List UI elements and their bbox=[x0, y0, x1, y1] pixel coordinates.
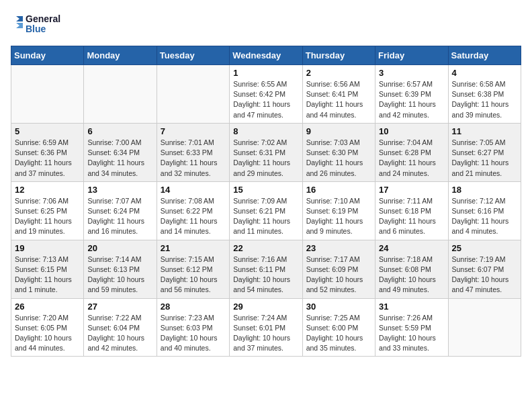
day-number: 26 bbox=[15, 302, 80, 312]
calendar-day-cell: 29Sunrise: 7:24 AM Sunset: 6:01 PM Dayli… bbox=[230, 298, 302, 357]
calendar-day-cell: 25Sunrise: 7:19 AM Sunset: 6:07 PM Dayli… bbox=[448, 240, 521, 298]
calendar-day-cell: 10Sunrise: 7:04 AM Sunset: 6:28 PM Dayli… bbox=[375, 123, 448, 181]
calendar-day-cell: 20Sunrise: 7:14 AM Sunset: 6:13 PM Dayli… bbox=[84, 240, 157, 298]
calendar-week-row: 26Sunrise: 7:20 AM Sunset: 6:05 PM Dayli… bbox=[11, 298, 521, 357]
day-number: 24 bbox=[379, 243, 444, 253]
day-info: Sunrise: 6:57 AM Sunset: 6:39 PM Dayligh… bbox=[379, 79, 444, 120]
calendar-day-cell: 5Sunrise: 6:59 AM Sunset: 6:36 PM Daylig… bbox=[11, 123, 84, 181]
day-number: 18 bbox=[452, 185, 517, 195]
logo-svg: GeneralBlue bbox=[11, 11, 64, 38]
calendar-week-row: 5Sunrise: 6:59 AM Sunset: 6:36 PM Daylig… bbox=[11, 123, 521, 181]
day-info: Sunrise: 7:04 AM Sunset: 6:28 PM Dayligh… bbox=[379, 138, 444, 179]
calendar-header-saturday: Saturday bbox=[448, 46, 521, 65]
svg-marker-1 bbox=[16, 23, 23, 28]
day-number: 11 bbox=[452, 126, 517, 136]
day-info: Sunrise: 7:10 AM Sunset: 6:19 PM Dayligh… bbox=[306, 196, 371, 237]
day-info: Sunrise: 6:55 AM Sunset: 6:42 PM Dayligh… bbox=[233, 79, 298, 120]
calendar-day-cell bbox=[157, 65, 229, 124]
day-number: 29 bbox=[233, 302, 298, 312]
calendar-day-cell: 26Sunrise: 7:20 AM Sunset: 6:05 PM Dayli… bbox=[11, 298, 84, 357]
calendar-day-cell: 24Sunrise: 7:18 AM Sunset: 6:08 PM Dayli… bbox=[375, 240, 448, 298]
day-info: Sunrise: 7:11 AM Sunset: 6:18 PM Dayligh… bbox=[379, 196, 444, 237]
day-number: 22 bbox=[233, 243, 298, 253]
day-info: Sunrise: 7:09 AM Sunset: 6:21 PM Dayligh… bbox=[233, 196, 298, 237]
day-info: Sunrise: 7:06 AM Sunset: 6:25 PM Dayligh… bbox=[15, 196, 80, 237]
day-number: 31 bbox=[379, 302, 444, 312]
day-number: 8 bbox=[233, 126, 298, 136]
day-number: 13 bbox=[87, 185, 152, 195]
calendar-day-cell: 13Sunrise: 7:07 AM Sunset: 6:24 PM Dayli… bbox=[84, 181, 157, 240]
day-number: 23 bbox=[306, 243, 371, 253]
day-number: 2 bbox=[306, 68, 371, 78]
day-number: 9 bbox=[306, 126, 371, 136]
day-number: 12 bbox=[15, 185, 80, 195]
day-number: 19 bbox=[15, 243, 80, 253]
calendar-day-cell bbox=[84, 65, 157, 124]
day-number: 27 bbox=[87, 302, 152, 312]
day-info: Sunrise: 6:59 AM Sunset: 6:36 PM Dayligh… bbox=[15, 138, 80, 179]
calendar-day-cell: 30Sunrise: 7:25 AM Sunset: 6:00 PM Dayli… bbox=[302, 298, 375, 357]
day-info: Sunrise: 7:07 AM Sunset: 6:24 PM Dayligh… bbox=[87, 196, 152, 237]
day-info: Sunrise: 7:02 AM Sunset: 6:31 PM Dayligh… bbox=[233, 138, 298, 179]
calendar-header-monday: Monday bbox=[84, 46, 157, 65]
calendar-week-row: 1Sunrise: 6:55 AM Sunset: 6:42 PM Daylig… bbox=[11, 65, 521, 124]
day-number: 5 bbox=[15, 126, 80, 136]
calendar-day-cell: 14Sunrise: 7:08 AM Sunset: 6:22 PM Dayli… bbox=[157, 181, 229, 240]
day-number: 17 bbox=[379, 185, 444, 195]
calendar-week-row: 12Sunrise: 7:06 AM Sunset: 6:25 PM Dayli… bbox=[11, 181, 521, 240]
calendar-header-wednesday: Wednesday bbox=[230, 46, 302, 65]
calendar-day-cell: 7Sunrise: 7:01 AM Sunset: 6:33 PM Daylig… bbox=[157, 123, 229, 181]
day-info: Sunrise: 7:17 AM Sunset: 6:09 PM Dayligh… bbox=[306, 255, 371, 295]
day-info: Sunrise: 7:12 AM Sunset: 6:16 PM Dayligh… bbox=[452, 196, 517, 237]
day-info: Sunrise: 6:58 AM Sunset: 6:38 PM Dayligh… bbox=[452, 79, 517, 120]
day-info: Sunrise: 7:16 AM Sunset: 6:11 PM Dayligh… bbox=[233, 255, 298, 295]
calendar-header-thursday: Thursday bbox=[302, 46, 375, 65]
calendar-day-cell: 31Sunrise: 7:26 AM Sunset: 5:59 PM Dayli… bbox=[375, 298, 448, 357]
calendar-day-cell: 22Sunrise: 7:16 AM Sunset: 6:11 PM Dayli… bbox=[230, 240, 302, 298]
day-info: Sunrise: 7:23 AM Sunset: 6:03 PM Dayligh… bbox=[161, 313, 226, 354]
day-number: 3 bbox=[379, 68, 444, 78]
calendar-day-cell: 27Sunrise: 7:22 AM Sunset: 6:04 PM Dayli… bbox=[84, 298, 157, 357]
day-info: Sunrise: 6:56 AM Sunset: 6:41 PM Dayligh… bbox=[306, 79, 371, 120]
calendar-day-cell: 16Sunrise: 7:10 AM Sunset: 6:19 PM Dayli… bbox=[302, 181, 375, 240]
calendar-day-cell: 2Sunrise: 6:56 AM Sunset: 6:41 PM Daylig… bbox=[302, 65, 375, 124]
svg-text:General: General bbox=[26, 13, 60, 24]
day-info: Sunrise: 7:20 AM Sunset: 6:05 PM Dayligh… bbox=[15, 313, 80, 354]
calendar-day-cell: 9Sunrise: 7:03 AM Sunset: 6:30 PM Daylig… bbox=[302, 123, 375, 181]
calendar-day-cell: 18Sunrise: 7:12 AM Sunset: 6:16 PM Dayli… bbox=[448, 181, 521, 240]
calendar-day-cell bbox=[11, 65, 84, 124]
day-number: 28 bbox=[161, 302, 226, 312]
calendar-week-row: 19Sunrise: 7:13 AM Sunset: 6:15 PM Dayli… bbox=[11, 240, 521, 298]
day-number: 15 bbox=[233, 185, 298, 195]
calendar-day-cell: 1Sunrise: 6:55 AM Sunset: 6:42 PM Daylig… bbox=[230, 65, 302, 124]
calendar-day-cell: 4Sunrise: 6:58 AM Sunset: 6:38 PM Daylig… bbox=[448, 65, 521, 124]
day-info: Sunrise: 7:05 AM Sunset: 6:27 PM Dayligh… bbox=[452, 138, 517, 179]
day-info: Sunrise: 7:24 AM Sunset: 6:01 PM Dayligh… bbox=[233, 313, 298, 354]
calendar-day-cell: 23Sunrise: 7:17 AM Sunset: 6:09 PM Dayli… bbox=[302, 240, 375, 298]
calendar-day-cell: 28Sunrise: 7:23 AM Sunset: 6:03 PM Dayli… bbox=[157, 298, 229, 357]
calendar-day-cell bbox=[448, 298, 521, 357]
day-number: 14 bbox=[161, 185, 226, 195]
calendar-day-cell: 11Sunrise: 7:05 AM Sunset: 6:27 PM Dayli… bbox=[448, 123, 521, 181]
day-info: Sunrise: 7:00 AM Sunset: 6:34 PM Dayligh… bbox=[87, 138, 152, 179]
day-info: Sunrise: 7:26 AM Sunset: 5:59 PM Dayligh… bbox=[379, 313, 444, 354]
day-info: Sunrise: 7:18 AM Sunset: 6:08 PM Dayligh… bbox=[379, 255, 444, 295]
day-info: Sunrise: 7:01 AM Sunset: 6:33 PM Dayligh… bbox=[161, 138, 226, 179]
calendar-day-cell: 3Sunrise: 6:57 AM Sunset: 6:39 PM Daylig… bbox=[375, 65, 448, 124]
day-info: Sunrise: 7:19 AM Sunset: 6:07 PM Dayligh… bbox=[452, 255, 517, 295]
calendar-day-cell: 15Sunrise: 7:09 AM Sunset: 6:21 PM Dayli… bbox=[230, 181, 302, 240]
day-number: 7 bbox=[161, 126, 226, 136]
day-number: 10 bbox=[379, 126, 444, 136]
day-info: Sunrise: 7:25 AM Sunset: 6:00 PM Dayligh… bbox=[306, 313, 371, 354]
day-info: Sunrise: 7:13 AM Sunset: 6:15 PM Dayligh… bbox=[15, 255, 80, 295]
calendar-header-tuesday: Tuesday bbox=[157, 46, 229, 65]
day-info: Sunrise: 7:03 AM Sunset: 6:30 PM Dayligh… bbox=[306, 138, 371, 179]
day-number: 20 bbox=[87, 243, 152, 253]
calendar-table: SundayMondayTuesdayWednesdayThursdayFrid… bbox=[11, 46, 521, 357]
calendar-header-sunday: Sunday bbox=[11, 46, 84, 65]
calendar-day-cell: 17Sunrise: 7:11 AM Sunset: 6:18 PM Dayli… bbox=[375, 181, 448, 240]
calendar-header-row: SundayMondayTuesdayWednesdayThursdayFrid… bbox=[11, 46, 521, 65]
svg-marker-0 bbox=[16, 16, 23, 21]
day-info: Sunrise: 7:08 AM Sunset: 6:22 PM Dayligh… bbox=[161, 196, 226, 237]
day-number: 25 bbox=[452, 243, 517, 253]
